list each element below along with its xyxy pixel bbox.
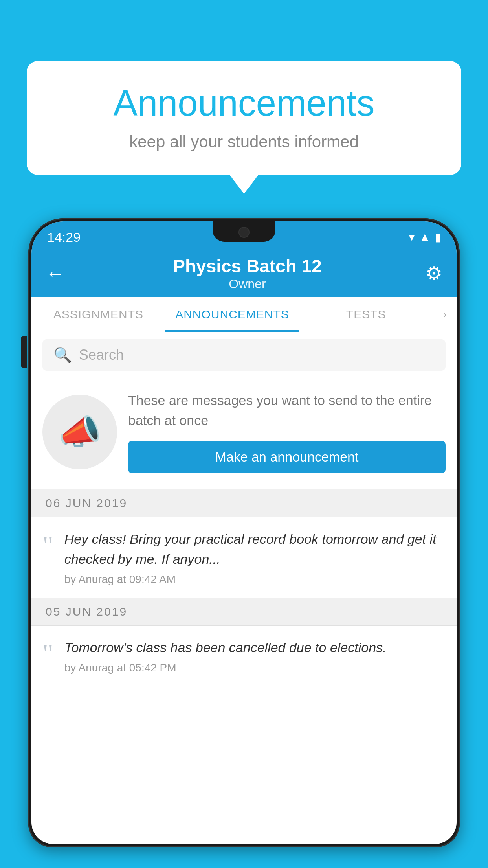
search-icon: 🔍 bbox=[53, 346, 72, 364]
tab-assignments[interactable]: ASSIGNMENTS bbox=[31, 297, 165, 332]
status-icons: ▾ ▲ ▮ bbox=[409, 231, 441, 244]
announcement-content-1: Hey class! Bring your practical record b… bbox=[64, 529, 446, 586]
prompt-text: These are messages you want to send to t… bbox=[128, 390, 446, 430]
announcement-meta-2: by Anurag at 05:42 PM bbox=[64, 662, 446, 674]
announcement-prompt: 📣 These are messages you want to send to… bbox=[31, 378, 457, 489]
batch-role: Owner bbox=[173, 277, 321, 291]
make-announcement-button[interactable]: Make an announcement bbox=[128, 441, 446, 473]
prompt-icon-circle: 📣 bbox=[42, 395, 117, 469]
phone-frame: 14:29 ▾ ▲ ▮ ← Physics Batch 12 Owner ⚙ bbox=[28, 218, 460, 847]
wifi-icon: ▾ bbox=[409, 231, 415, 244]
announcement-text-2: Tomorrow's class has been cancelled due … bbox=[64, 638, 446, 658]
status-time: 14:29 bbox=[47, 230, 81, 245]
date-separator-1: 06 JUN 2019 bbox=[31, 489, 457, 517]
camera bbox=[238, 227, 250, 238]
tab-tests[interactable]: TESTS bbox=[299, 297, 433, 332]
batch-title: Physics Batch 12 bbox=[173, 256, 321, 277]
battery-icon: ▮ bbox=[435, 231, 441, 244]
speech-bubble-container: Announcements keep all your students inf… bbox=[27, 61, 461, 175]
settings-icon[interactable]: ⚙ bbox=[426, 262, 442, 284]
tab-announcements[interactable]: ANNOUNCEMENTS bbox=[165, 297, 299, 332]
announcement-content-2: Tomorrow's class has been cancelled due … bbox=[64, 638, 446, 674]
bubble-title: Announcements bbox=[50, 83, 438, 124]
search-bar[interactable]: 🔍 Search bbox=[42, 339, 446, 371]
tabs-more-icon[interactable]: › bbox=[433, 297, 457, 332]
announcement-item-1[interactable]: " Hey class! Bring your practical record… bbox=[31, 517, 457, 598]
speech-bubble: Announcements keep all your students inf… bbox=[27, 61, 461, 175]
announcement-text-1: Hey class! Bring your practical record b… bbox=[64, 529, 446, 569]
search-placeholder: Search bbox=[79, 347, 124, 363]
signal-icon: ▲ bbox=[419, 231, 430, 243]
prompt-right: These are messages you want to send to t… bbox=[128, 390, 446, 473]
top-bar: ← Physics Batch 12 Owner ⚙ bbox=[31, 250, 457, 297]
tabs-bar: ASSIGNMENTS ANNOUNCEMENTS TESTS › bbox=[31, 297, 457, 332]
phone-container: 14:29 ▾ ▲ ▮ ← Physics Batch 12 Owner ⚙ bbox=[28, 218, 460, 868]
back-button[interactable]: ← bbox=[46, 263, 69, 284]
quote-icon-1: " bbox=[42, 531, 53, 558]
quote-icon-2: " bbox=[42, 640, 53, 667]
announcement-meta-1: by Anurag at 09:42 AM bbox=[64, 573, 446, 586]
search-container: 🔍 Search bbox=[31, 332, 457, 378]
top-bar-title-container: Physics Batch 12 Owner bbox=[173, 256, 321, 291]
bubble-subtitle: keep all your students informed bbox=[50, 132, 438, 151]
phone-screen: 14:29 ▾ ▲ ▮ ← Physics Batch 12 Owner ⚙ bbox=[31, 221, 457, 844]
date-separator-2: 05 JUN 2019 bbox=[31, 598, 457, 626]
phone-notch bbox=[213, 221, 275, 242]
megaphone-icon: 📣 bbox=[58, 412, 101, 452]
announcement-item-2[interactable]: " Tomorrow's class has been cancelled du… bbox=[31, 626, 457, 686]
